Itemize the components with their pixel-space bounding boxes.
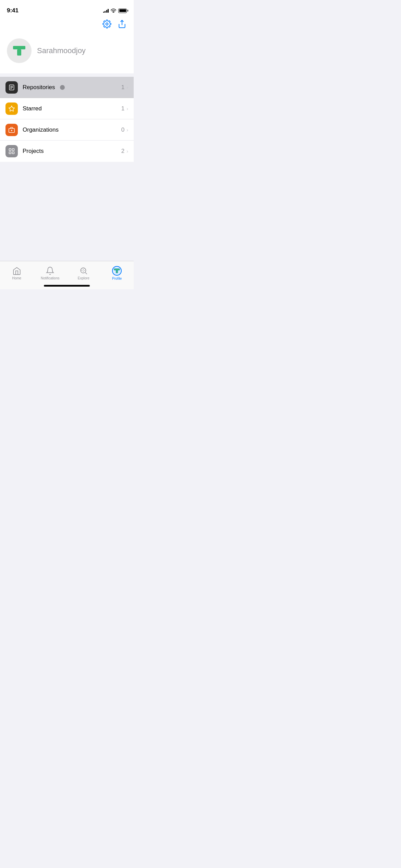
signal-icon — [103, 9, 109, 13]
starred-chevron: › — [126, 106, 128, 111]
organizations-icon — [5, 124, 18, 136]
tab-profile[interactable]: Profile — [100, 261, 134, 282]
home-icon — [12, 266, 21, 275]
settings-button[interactable] — [102, 19, 112, 29]
menu-item-repositories[interactable]: Repositories 1 › — [0, 77, 134, 98]
username: Sarahmoodjoy — [37, 46, 86, 55]
svg-point-17 — [81, 268, 86, 273]
status-icons — [103, 9, 127, 13]
menu-item-projects[interactable]: Projects 2 › — [0, 141, 134, 162]
tab-explore[interactable]: Explore — [67, 261, 100, 282]
projects-label: Projects — [23, 148, 121, 155]
menu-item-starred[interactable]: Starred 1 › — [0, 98, 134, 119]
tab-home-label: Home — [12, 276, 21, 280]
starred-count: 1 — [121, 105, 124, 112]
svg-rect-13 — [9, 149, 11, 151]
profile-tab-logo — [113, 266, 121, 275]
tab-notifications-label: Notifications — [41, 276, 59, 280]
share-button[interactable] — [117, 19, 127, 29]
repositories-count: 1 — [121, 84, 124, 91]
profile-header: Sarahmoodjoy — [0, 33, 134, 73]
dot-indicator — [60, 85, 65, 90]
svg-point-1 — [106, 23, 108, 25]
wifi-icon — [111, 9, 116, 13]
svg-rect-4 — [17, 49, 21, 56]
svg-rect-20 — [116, 270, 118, 273]
tab-home[interactable]: Home — [0, 261, 34, 282]
starred-label: Starred — [23, 105, 121, 112]
repositories-chevron: › — [126, 85, 128, 90]
home-indicator — [44, 285, 90, 287]
repositories-label: Repositories — [23, 84, 121, 91]
svg-point-0 — [113, 12, 114, 13]
battery-icon — [118, 9, 127, 13]
projects-icon — [5, 145, 18, 157]
profile-tab-avatar — [112, 266, 122, 276]
organizations-label: Organizations — [23, 126, 121, 133]
organizations-chevron: › — [126, 127, 128, 133]
top-actions — [0, 16, 134, 33]
svg-rect-15 — [9, 152, 11, 154]
avatar — [7, 38, 32, 63]
projects-chevron: › — [126, 148, 128, 154]
status-bar: 9:41 — [0, 0, 134, 16]
svg-line-18 — [85, 273, 87, 274]
tab-notifications[interactable]: Notifications — [34, 261, 67, 282]
avatar-logo — [10, 42, 28, 60]
svg-rect-3 — [13, 46, 25, 49]
notifications-icon — [46, 266, 54, 275]
menu-section: Repositories 1 › Starred 1 › Organizatio… — [0, 77, 134, 162]
tab-profile-label: Profile — [112, 277, 122, 280]
status-time: 9:41 — [7, 7, 19, 14]
explore-icon — [79, 266, 88, 275]
organizations-count: 0 — [121, 126, 124, 133]
svg-rect-16 — [12, 152, 14, 154]
svg-rect-14 — [12, 149, 14, 151]
repositories-icon — [5, 81, 18, 94]
menu-item-organizations[interactable]: Organizations 0 › — [0, 119, 134, 141]
projects-count: 2 — [121, 148, 124, 155]
svg-marker-9 — [9, 106, 15, 111]
tab-explore-label: Explore — [78, 276, 89, 280]
starred-icon — [5, 103, 18, 115]
svg-rect-19 — [114, 269, 120, 270]
